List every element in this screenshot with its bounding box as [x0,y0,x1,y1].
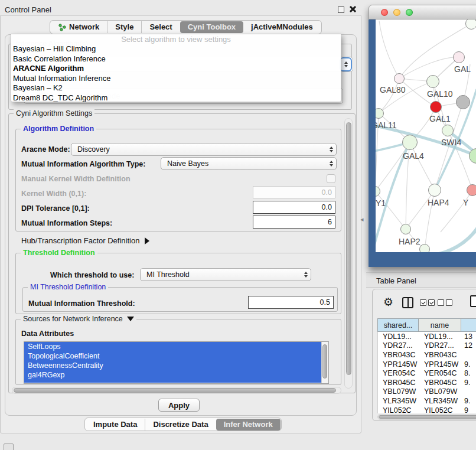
network-node[interactable] [453,51,465,63]
manual-kernel-checkbox[interactable] [327,174,335,183]
apply-button[interactable]: Apply [158,399,200,412]
dropdown-item[interactable]: Bayesian – K2 [11,83,341,93]
tab-network[interactable]: Network [51,21,107,33]
dropdown-item[interactable]: Dream8 DC_TDC Algorithm [11,93,341,103]
settings-vertical-scrollbar[interactable] [344,118,353,389]
network-node[interactable] [430,101,442,113]
tab-select-label: Select [149,21,172,33]
select-all-icon[interactable] [420,299,435,306]
network-node-label: HAP2 [399,237,420,246]
settings-vertical-scrollbar-thumb[interactable] [346,122,351,375]
page-icon[interactable] [470,295,476,307]
settings-horizontal-scrollbar-thumb[interactable] [14,388,336,393]
network-node[interactable] [428,184,441,197]
which-threshold-combo[interactable]: MI Threshold [140,268,311,281]
network-node[interactable] [402,135,418,150]
list-scrollbar-thumb[interactable] [322,344,327,379]
column-header-name[interactable]: name [419,318,461,332]
tab-impute-data[interactable]: Impute Data [86,419,145,431]
dpi-tolerance-field[interactable]: 0.0 [253,201,335,214]
close-traffic-light-icon[interactable] [381,9,388,16]
collapse-arrow-icon [127,317,134,321]
gear-icon[interactable]: ⚙ [383,295,393,309]
table-horizontal-scrollbar[interactable] [377,414,476,420]
tab-jactivemnodules[interactable]: jActiveMNodules [243,21,321,33]
table-header-row: shared... name A [377,318,476,332]
network-canvas[interactable]: GALGAL80GAL10GAL1GAL11SWI4GAL4GCY1HAP4YH… [376,19,476,252]
tab-style[interactable]: Style [107,21,141,33]
table-rows: YDL19...YDL19...13 YDR27...YDR27...12 YB… [377,332,476,413]
cyni-algorithm-settings-legend: Cyni Algorithm Settings [14,109,94,118]
control-panel-tabbar: Network Style Select Cyni Toolbox jActiv… [50,20,322,34]
network-node[interactable] [426,75,439,88]
data-attributes-label: Data Attributes [21,330,74,338]
dropdown-placeholder: Select algorithm to view settings [11,34,341,44]
table-row[interactable]: YBR045CYBR045C9. [378,378,476,387]
float-window-icon[interactable] [338,6,344,13]
column-header-shared-name[interactable]: shared... [377,318,419,332]
network-node[interactable] [465,19,476,30]
table-horizontal-scrollbar-thumb[interactable] [379,415,476,419]
deselect-all-icon[interactable] [438,299,452,306]
table-row[interactable]: YIL052CYIL052C9 [378,406,476,413]
list-vertical-scrollbar[interactable] [321,342,328,383]
table-row[interactable]: YER054CYER054C8. [378,369,476,378]
settings-horizontal-scrollbar[interactable] [12,387,341,394]
mi-steps-value: 6 [328,218,332,226]
minimize-traffic-light-icon[interactable] [393,9,400,16]
network-node[interactable] [456,95,470,109]
list-item[interactable]: SelfLoops [24,342,321,351]
network-node-label: GAL1 [429,114,451,123]
network-window-frame: GALGAL80GAL10GAL1GAL11SWI4GAL4GCY1HAP4YH… [369,19,476,267]
aracne-mode-value: Discovery [77,145,110,154]
tab-discretize-data[interactable]: Discretize Data [145,419,216,431]
split-divider-grip[interactable]: ◂ [360,216,364,223]
tab-select[interactable]: Select [141,21,180,33]
column-header-partial[interactable]: A [461,318,476,332]
table-row[interactable]: YDL19...YDL19...13 [378,332,476,341]
mi-threshold-field[interactable]: 0.5 [248,296,334,309]
network-node[interactable] [467,184,476,196]
network-node-label: GCY1 [376,198,386,208]
table-row[interactable]: YPR145WYPR145W9. [378,360,476,369]
data-attributes-list[interactable]: SelfLoops TopologicalCoefficient Between… [24,341,329,384]
tab-impute-data-label: Impute Data [93,419,137,431]
dropdown-item[interactable]: Mutual Information Inference [11,74,341,84]
columns-icon[interactable] [402,297,413,308]
list-item[interactable]: TopologicalCoefficient [24,351,321,361]
kernel-width-field[interactable]: 0.0 [253,186,335,198]
network-node[interactable] [419,244,430,252]
mi-steps-field[interactable]: 6 [253,216,335,229]
dropdown-item-selected[interactable]: ARACNE Algorithm [11,64,341,74]
list-item-partial[interactable] [24,380,321,383]
zoom-traffic-light-icon[interactable] [406,9,413,16]
node-table: shared... name A YDL19...YDL19...13 YDR2… [377,318,476,413]
dropdown-item[interactable]: Bayesian – Hill Climbing [11,44,341,54]
aracne-mode-combo[interactable]: Discovery [71,143,337,156]
hub-tf-section-label: Hub/Transcription Factor Definition [21,236,139,245]
network-node[interactable] [400,224,411,234]
panel-dock-icon[interactable] [4,444,14,450]
tab-style-label: Style [115,21,133,33]
table-row[interactable]: YBL079WYBL079W [378,387,476,397]
tab-infer-network-label: Infer Network [224,419,273,431]
dropdown-item[interactable]: Basic Correlation Inference [11,54,341,64]
network-node-label: GAL80 [380,85,406,94]
table-row[interactable]: YDR27...YDR27...12 [378,341,476,351]
close-icon[interactable] [348,5,357,13]
list-item[interactable]: gal4RGexp [24,370,321,380]
table-row[interactable]: YBR043CYBR043C [378,350,476,360]
network-node[interactable] [442,125,454,136]
tab-infer-network[interactable]: Infer Network [216,419,281,431]
tab-cyni-toolbox[interactable]: Cyni Toolbox [180,21,243,33]
sources-legend[interactable]: Sources for Network Inference [21,315,136,323]
mi-algorithm-type-combo[interactable]: Naive Bayes [161,157,337,170]
network-view-window: GALGAL80GAL10GAL1GAL11SWI4GAL4GCY1HAP4YH… [369,5,476,267]
network-node[interactable] [394,73,405,84]
table-row[interactable]: YLR345WYLR345W9. [378,396,476,406]
table-panel: ⚙ shared... name A YDL19...YDL19...13 YD… [372,289,476,421]
network-window-titlebar[interactable] [369,5,476,19]
list-item[interactable]: BetweennessCentrality [24,361,321,370]
hub-tf-section-toggle[interactable]: Hub/Transcription Factor Definition [21,236,149,245]
algorithm-select-spinner[interactable] [340,57,352,71]
